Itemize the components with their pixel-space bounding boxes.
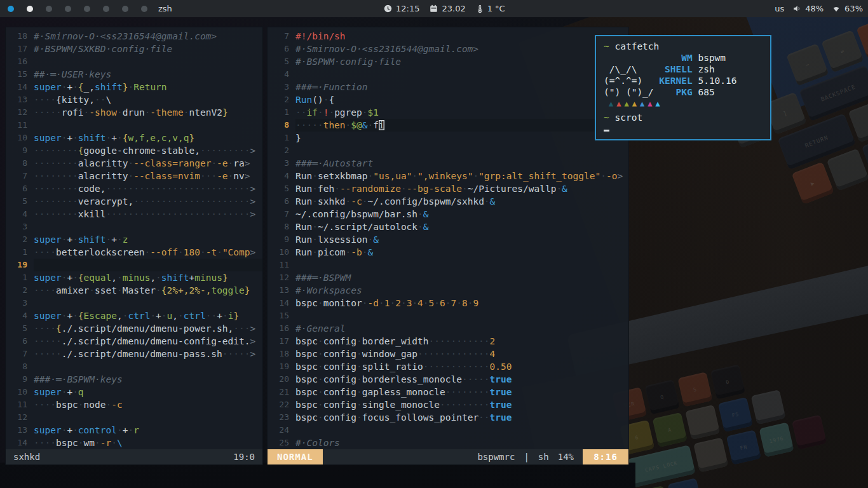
editor-line: 5Run·feh·--randomize·--bg-scale·~/Pictur… <box>268 182 628 195</box>
line-number: 15 <box>268 309 295 322</box>
terminal-color-palette: ▲▲▲▲▲▲▲ <box>604 98 763 109</box>
workspace-indicators <box>8 6 147 12</box>
editor-buffer-bspwmrc[interactable]: 7#!/bin/sh6#·Smirnov-O·<ss2316544@gmail.… <box>268 27 628 449</box>
fetch-label: WM <box>659 53 692 63</box>
line-text <box>34 360 262 373</box>
vim-mode-badge: NORMAL <box>268 449 323 464</box>
line-number: 23 <box>268 411 295 424</box>
bar-left-section: zsh <box>0 4 172 13</box>
ascii-cat-art: (=^.^=) <box>604 76 659 86</box>
line-text: super·+·shift·+·{w,f,e,c,v,q} <box>34 132 262 144</box>
line-text: super·+·{Escape,·ctrl·+·u,·ctrl··+·i} <box>34 309 262 322</box>
editor-line: 4 <box>268 68 628 81</box>
floating-terminal-catfetch[interactable]: ~ catfetch WM bspwm /\_/\ SHELL zsh(=^.^… <box>595 35 771 140</box>
line-text: Run·feh·--randomize·--bg-scale·~/Picture… <box>295 182 628 195</box>
line-number: 12 <box>6 106 34 119</box>
palette-triangle-icon: ▲ <box>609 100 613 107</box>
line-text <box>295 424 628 437</box>
workspace-dot-empty[interactable] <box>141 6 147 12</box>
workspace-dot-empty[interactable] <box>103 6 109 12</box>
line-number: 1 <box>6 271 34 284</box>
ascii-cat-art: /\_/\ <box>604 64 659 74</box>
line-number: 11 <box>268 259 295 271</box>
line-text: super·+·{equal,·minus,·shift+minus} <box>34 271 262 284</box>
editor-line: 5········veracrypt,·····················… <box>6 195 262 208</box>
catfetch-row: /\_/\ SHELL zsh <box>604 64 763 75</box>
line-text: super·+·{_,shift}·Return <box>34 81 262 93</box>
workspace-dot-empty[interactable] <box>46 6 52 12</box>
line-number: 7 <box>268 30 295 43</box>
editor-line: 22bspc·config·single_monocle·········tru… <box>268 398 628 411</box>
editor-line: 16#·General <box>268 322 628 335</box>
editor-line: 9Run·lxsession·& <box>268 233 628 246</box>
temperature-module: 1 °C <box>476 4 505 13</box>
prompt-line-scrot: ~ scrot <box>604 112 763 123</box>
line-text: ········alacritty·--class=nvim···-e·nv> <box>34 170 262 182</box>
line-number: 12 <box>268 271 295 284</box>
line-text: bspc·config·borderless_monocle·····true <box>295 373 628 386</box>
fetch-label: SHELL <box>659 64 692 74</box>
editor-line: 6········code,··························… <box>6 182 262 195</box>
line-text: ····{./.script/dmenu/dmenu-power.sh,···> <box>34 322 262 335</box>
volume-module[interactable]: 48% <box>792 4 824 13</box>
line-text: super·+·control·+·r <box>34 424 262 437</box>
editor-line: 14super·+·{_,shift}·Return <box>6 81 262 93</box>
editor-line: 12 <box>6 411 262 424</box>
line-number: 4 <box>268 170 295 182</box>
editor-line: 18bspc·config·window_gap·············4 <box>268 348 628 360</box>
catfetch-output: WM bspwm /\_/\ SHELL zsh(=^.^=) KERNEL 5… <box>604 52 763 98</box>
editor-line: 2 <box>268 144 628 157</box>
line-text: bspc·config·split_ratio············0.50 <box>295 360 628 373</box>
line-number: 10 <box>268 246 295 259</box>
line-number: 14 <box>6 437 34 449</box>
workspace-dot-empty[interactable] <box>65 6 71 12</box>
line-number: 7 <box>6 170 34 182</box>
line-number: 13 <box>268 284 295 297</box>
line-text: ###·═·BSPWM·keys <box>34 373 262 386</box>
line-number: 12 <box>6 411 34 424</box>
line-text: ·····./.script/dmenu/dmenu-config-edit.> <box>34 335 262 348</box>
editor-line: 6·····./.script/dmenu/dmenu-config-edit.… <box>6 335 262 348</box>
statusline-position: 19:0 <box>233 452 255 462</box>
workspace-dot-focused[interactable] <box>8 6 14 12</box>
date-text: 23.02 <box>442 4 465 13</box>
line-text: bspc·config·window_gap·············4 <box>295 348 628 360</box>
line-number: 21 <box>268 386 295 398</box>
clock-text: 12:15 <box>396 4 419 13</box>
network-text: 63% <box>844 4 863 13</box>
line-text: } <box>295 132 628 144</box>
line-text: Run·picom·-b·& <box>295 246 628 259</box>
terminal-window-bspwmrc[interactable]: 7#!/bin/sh6#·Smirnov-O·<ss2316544@gmail.… <box>267 27 629 465</box>
line-text: Run·~/.script/autolock·& <box>295 220 628 233</box>
line-number: 24 <box>268 424 295 437</box>
terminal-window-sxhkd[interactable]: 18#·Smirnov-O·<ss2316544@gmail.com>17#·B… <box>5 27 263 465</box>
editor-line: 6Run·sxhkd·-c·~/.config/bspwm/sxhkd·& <box>268 195 628 208</box>
editor-line: 7~/.config/bspwm/bar.sh·& <box>268 208 628 220</box>
network-module[interactable]: 63% <box>832 4 863 13</box>
line-text: bspc·config·border_width···········2 <box>295 335 628 348</box>
workspace-dot-occupied[interactable] <box>27 6 33 12</box>
ascii-cat-art <box>604 53 659 63</box>
statusline-left: sxhkd 19:0 <box>6 449 262 464</box>
editor-line: 1····betterlockscreen·--off·180·-t·"Comp… <box>6 246 262 259</box>
line-text: #·Smirnov-O·<ss2316544@gmail.com> <box>34 30 262 43</box>
workspace-dot-empty[interactable] <box>122 6 128 12</box>
fetch-label: KERNEL <box>659 76 692 86</box>
temperature-text: 1 °C <box>487 4 505 13</box>
keyboard-layout-indicator[interactable]: us <box>775 4 784 13</box>
editor-line: 10Run·picom·-b·& <box>268 246 628 259</box>
line-number: 7 <box>6 348 34 360</box>
workspace-dot-empty[interactable] <box>84 6 90 12</box>
editor-line: 4super·+·{Escape,·ctrl·+·u,·ctrl··+·i} <box>6 309 262 322</box>
editor-line: 16 <box>6 55 262 68</box>
statusline-separator: | <box>524 452 529 462</box>
line-text: super·+·q <box>34 386 262 398</box>
editor-line: 8·····then·$@&·fi <box>268 119 628 132</box>
line-text: #·Workspaces <box>295 284 628 297</box>
editor-line: 13····{kitty,··\ <box>6 93 262 106</box>
statusline-filetype: sh <box>538 452 549 462</box>
editor-line: 12·····rofi·-show·drun·-theme·ntenV2} <box>6 106 262 119</box>
line-number: 4 <box>268 68 295 81</box>
editor-buffer-sxhkd[interactable]: 18#·Smirnov-O·<ss2316544@gmail.com>17#·B… <box>6 27 262 449</box>
editor-line: 4Run·setxkbmap·"us,ua"·",winkeys"·"grp:a… <box>268 170 628 182</box>
